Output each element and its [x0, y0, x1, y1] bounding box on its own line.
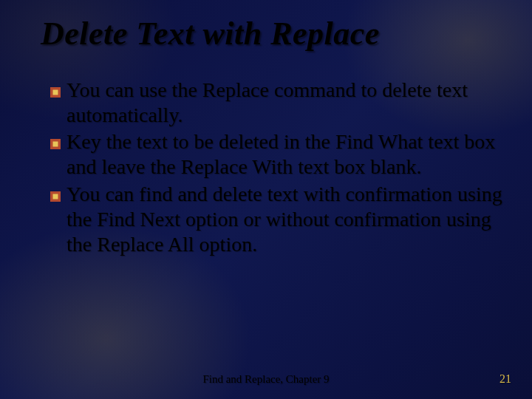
bullet-text: You can find and delete text with confir… — [66, 183, 502, 256]
bullet-3: You can find and delete text with confir… — [50, 182, 502, 257]
bullet-text: Key the text to be deleted in the Find W… — [66, 130, 495, 178]
slide-title: Delete Text with Replace — [41, 15, 502, 52]
page-number: 21 — [499, 372, 511, 386]
svg-rect-1 — [53, 90, 58, 95]
svg-rect-5 — [53, 194, 58, 199]
bullet-icon — [50, 78, 66, 103]
footer-text: Find and Replace, Chapter 9 — [0, 373, 532, 386]
bullet-icon — [50, 182, 66, 207]
bullet-1: You can use the Replace command to delet… — [50, 78, 502, 128]
bullet-text: You can use the Replace command to delet… — [66, 78, 468, 126]
slide-body: You can use the Replace command to delet… — [50, 78, 502, 259]
bullet-icon — [50, 129, 66, 154]
slide: Delete Text with Replace You can use the… — [0, 0, 532, 399]
svg-rect-3 — [53, 142, 58, 147]
bullet-2: Key the text to be deleted in the Find W… — [50, 129, 502, 180]
